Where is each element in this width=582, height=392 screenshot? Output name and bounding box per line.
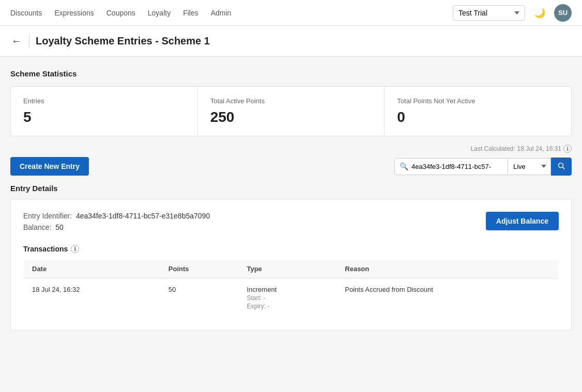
cell-date: 18 Jul 24, 16:32 [24,278,160,318]
header-divider [29,35,29,48]
nav-right: Test Trial Production 🌙 SU [453,4,572,22]
cell-points: 50 [160,278,239,318]
svg-line-1 [563,167,565,169]
type-start: Start: - [247,294,328,302]
stat-card-active-points: Total Active Points 250 [198,87,385,136]
last-calculated-value: 18 Jul 24, 16:31 [517,145,561,152]
entry-identifier-value: 4ea34fe3-1df8-4711-bc57-e31e8b5a7090 [76,212,210,220]
col-points: Points [160,260,239,278]
main-content: Scheme Statistics Entries 5 Total Active… [0,57,582,343]
transactions-header-row: Date Points Type Reason [24,260,559,278]
stat-value-entries: 5 [23,109,185,126]
back-button[interactable]: ← [10,34,23,48]
last-calculated-row: Last Calculated: 18 Jul 24, 16:31 ℹ [10,145,572,153]
stat-value-active-points: 250 [210,109,372,126]
nav-item-loyalty[interactable]: Loyalty [148,7,171,19]
stat-label-not-yet-active: Total Points Not Yet Active [397,97,559,105]
nav-item-files[interactable]: Files [183,7,198,19]
stat-card-not-yet-active: Total Points Not Yet Active 0 [385,87,571,136]
toolbar: Create New Entry 🔍 Live Pending Expired [10,157,572,176]
page-title: Loyalty Scheme Entries - Scheme 1 [36,35,210,47]
search-icon: 🔍 [400,162,408,170]
cell-reason: Points Accrued from Discount [336,278,558,318]
nav-item-expressions[interactable]: Expressions [54,7,94,19]
dark-mode-button[interactable]: 🌙 [531,5,548,21]
transactions-info-icon[interactable]: ℹ [71,245,79,253]
table-row: 18 Jul 24, 16:32 50 Increment Start: - E… [24,278,559,318]
col-type: Type [238,260,336,278]
col-reason: Reason [336,260,558,278]
stat-card-entries: Entries 5 [11,87,198,136]
entry-balance-row: Balance: 50 [23,223,210,231]
transactions-title: Transactions ℹ [23,245,559,253]
last-calculated-label: Last Calculated: [471,145,515,152]
stat-value-not-yet-active: 0 [397,109,559,126]
transactions-table-body: 18 Jul 24, 16:32 50 Increment Start: - E… [24,278,559,318]
stat-label-entries: Entries [23,97,185,105]
cell-type: Increment Start: - Expiry: - [238,278,336,318]
entry-details-title: Entry Details [10,184,572,193]
entry-card: Entry Identifier: 4ea34fe3-1df8-4711-bc5… [10,199,572,331]
type-expiry: Expiry: - [247,303,328,310]
top-navigation: Discounts Expressions Coupons Loyalty Fi… [0,0,582,26]
transactions-table-head: Date Points Type Reason [24,260,559,278]
entry-identifier-label: Entry Identifier: [23,212,72,220]
nav-item-coupons[interactable]: Coupons [106,7,135,19]
transactions-table: Date Points Type Reason 18 Jul 24, 16:32… [23,259,559,318]
scheme-statistics-title: Scheme Statistics [10,69,572,78]
search-wrap: 🔍 Live Pending Expired [394,158,572,176]
entry-identifier-row: Entry Identifier: 4ea34fe3-1df8-4711-bc5… [23,212,210,220]
transactions-label: Transactions [23,245,68,253]
entry-balance-label: Balance: [23,223,51,231]
entry-balance-value: 50 [55,223,64,231]
last-calculated-info-icon[interactable]: ℹ [563,145,572,153]
stat-label-active-points: Total Active Points [210,97,372,105]
search-button[interactable] [551,158,572,176]
entry-info: Entry Identifier: 4ea34fe3-1df8-4711-bc5… [23,212,559,234]
nav-item-discounts[interactable]: Discounts [10,7,42,19]
type-cell: Increment Start: - Expiry: - [247,286,328,310]
avatar[interactable]: SU [554,4,572,22]
adjust-balance-button[interactable]: Adjust Balance [486,212,559,230]
create-new-entry-button[interactable]: Create New Entry [10,157,89,176]
type-main: Increment [247,286,328,293]
page-header: ← Loyalty Scheme Entries - Scheme 1 [0,26,582,57]
nav-item-admin[interactable]: Admin [211,7,232,19]
col-date: Date [24,260,160,278]
toolbar-right: 🔍 Live Pending Expired [394,158,572,176]
search-input[interactable] [394,158,508,175]
entry-meta: Entry Identifier: 4ea34fe3-1df8-4711-bc5… [23,212,210,234]
stats-row: Entries 5 Total Active Points 250 Total … [10,86,572,136]
tenant-select[interactable]: Test Trial Production [453,5,525,21]
status-select[interactable]: Live Pending Expired [508,158,551,175]
